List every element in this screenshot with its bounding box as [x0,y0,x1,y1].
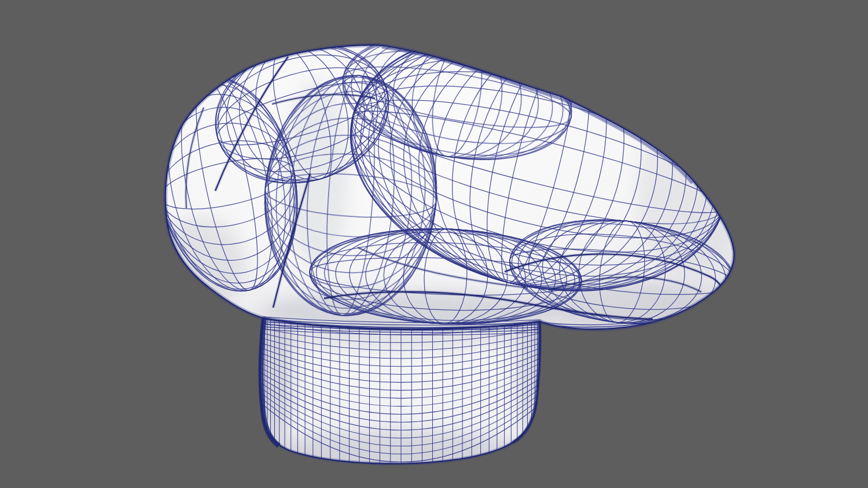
render-viewport [0,0,868,488]
chef-hat-wireframe-model [0,0,868,488]
